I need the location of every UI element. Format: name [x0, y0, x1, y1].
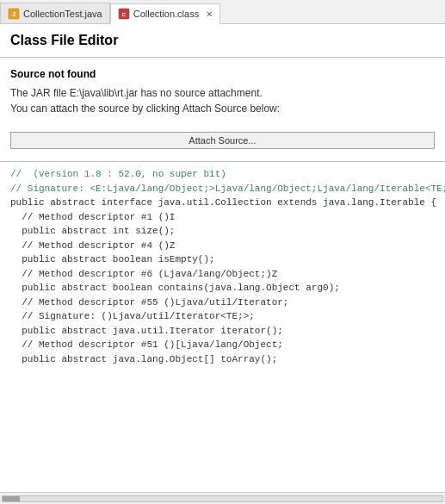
code-line: public abstract boolean isEmpty();: [10, 252, 435, 267]
attach-source-button[interactable]: Attach Source...: [10, 132, 435, 149]
scrollbar-thumb: [3, 496, 20, 501]
class-file-icon: C: [118, 8, 130, 20]
code-line: // Method descriptor #55 ()Ljava/util/It…: [10, 296, 435, 310]
code-line: // Method descriptor #51 ()[Ljava/lang/O…: [10, 338, 435, 352]
main-content: Class File Editor Source not found The J…: [0, 24, 445, 504]
code-line: public abstract interface java.util.Coll…: [10, 196, 435, 210]
divider-top: [0, 57, 445, 58]
tab-label: Collection.class: [133, 9, 199, 19]
code-line: public abstract java.util.Iterator itera…: [10, 324, 435, 339]
scrollbar-track: [2, 495, 443, 502]
tab-close-icon[interactable]: ✕: [206, 9, 213, 19]
code-line: // (version 1.8 : 52.0, no super bit): [10, 167, 435, 182]
java-file-icon: J: [8, 8, 20, 20]
svg-text:J: J: [12, 11, 15, 17]
code-line: // Method descriptor #6 (Ljava/lang/Obje…: [10, 267, 435, 282]
code-area[interactable]: // (version 1.8 : 52.0, no super bit)// …: [0, 162, 445, 492]
source-not-found-line1: The JAR file E:\java\lib\rt.jar has no s…: [10, 85, 435, 101]
code-line: // Method descriptor #4 ()Z: [10, 239, 435, 253]
tab-collection-class[interactable]: C Collection.class ✕: [110, 3, 220, 24]
code-line: public abstract boolean contains(java.la…: [10, 281, 435, 296]
source-not-found-line2: You can attach the source by clicking At…: [10, 101, 435, 116]
tab-label: CollectionTest.java: [23, 9, 102, 19]
source-not-found-section: Source not found The JAR file E:\java\li…: [0, 61, 445, 123]
code-line: // Method descriptor #1 ()I: [10, 210, 435, 225]
tab-collection-test[interactable]: J CollectionTest.java: [0, 3, 110, 23]
source-not-found-heading: Source not found: [10, 68, 435, 80]
tab-bar: J CollectionTest.java C Collection.class…: [0, 0, 445, 24]
code-line: public abstract int size();: [10, 224, 435, 239]
editor-title: Class File Editor: [0, 24, 445, 53]
svg-text:C: C: [122, 12, 127, 17]
code-line: // Signature: ()Ljava/util/Iterator<TE;>…: [10, 309, 435, 324]
code-line: public abstract java.lang.Object[] toArr…: [10, 352, 435, 367]
code-line: // Signature: <E:Ljava/lang/Object;>Ljav…: [10, 182, 435, 196]
bottom-scrollbar[interactable]: [0, 492, 445, 504]
